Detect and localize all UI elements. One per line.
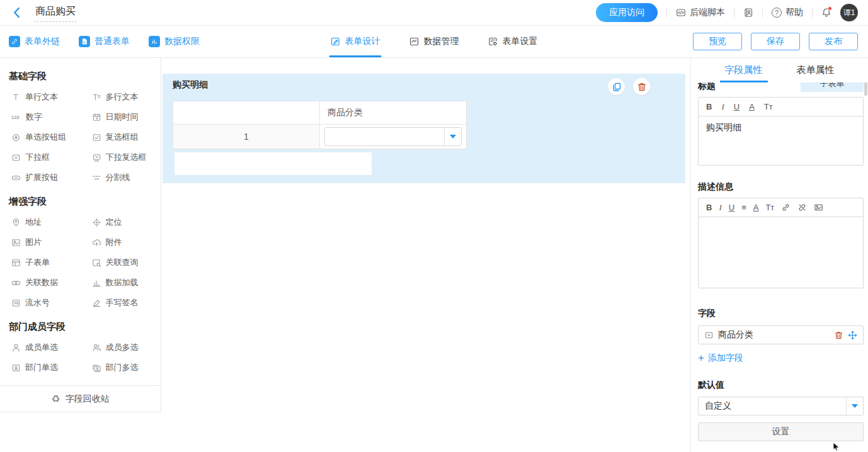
add-field-button[interactable]: + 添加字段 [698, 353, 864, 364]
index-column-header [173, 101, 320, 125]
form-canvas[interactable]: 购买明细 商品分类 [161, 58, 690, 452]
field-item-extend-button[interactable]: 扩展按钮 [0, 167, 81, 188]
field-item-label: 部门多选 [106, 362, 139, 373]
help-menu[interactable]: ? 帮助 [772, 7, 803, 18]
number-icon: 123 [11, 115, 21, 120]
data-permission-tab[interactable]: 数据权限 [149, 36, 200, 47]
field-item-attachment[interactable]: 附件 [81, 232, 161, 252]
field-item-number[interactable]: 123 数字 [0, 107, 81, 127]
app-access-button[interactable]: 应用访问 [596, 3, 658, 22]
extend-button-icon [11, 173, 21, 183]
field-item-image[interactable]: 图片 [0, 232, 81, 252]
calendar-icon [92, 113, 101, 122]
unlink-tool-icon[interactable] [797, 203, 807, 212]
font-color-tool[interactable]: A [753, 203, 759, 212]
underline-tool[interactable]: U [734, 102, 740, 111]
copy-widget-button[interactable] [608, 78, 625, 95]
contact-menu[interactable] [743, 8, 753, 18]
field-item-radio-group[interactable]: 单选按钮组 [0, 127, 81, 147]
backend-script-label: 后端脚本 [690, 7, 725, 18]
tab-data-manage[interactable]: 数据管理 [409, 26, 459, 57]
bold-tool[interactable]: B [706, 102, 712, 111]
document-icon [79, 36, 90, 47]
linked-query-icon [92, 258, 101, 268]
departments-icon [92, 363, 101, 373]
field-item-linked-data[interactable]: 关联数据 [0, 273, 81, 293]
field-item-divider[interactable]: 分割线 [81, 167, 161, 188]
subform-add-row-area[interactable] [174, 152, 372, 175]
italic-tool[interactable]: I [719, 203, 721, 213]
description-editor-content[interactable] [699, 217, 863, 288]
font-size-tool[interactable]: Tᴛ [764, 102, 773, 111]
align-tool[interactable]: ≡ [741, 203, 746, 212]
department-icon [11, 363, 21, 373]
tab-form-settings[interactable]: 表单设置 [488, 26, 538, 57]
form-external-link-tab[interactable]: 表单外链 [9, 36, 60, 47]
field-item-checkbox-group[interactable]: 复选框组 [81, 127, 161, 147]
field-item-location[interactable]: 定位 [81, 212, 161, 232]
page-title[interactable]: 商品购买 [34, 4, 77, 22]
back-icon[interactable] [10, 6, 24, 20]
help-label: 帮助 [785, 7, 803, 18]
product-category-select[interactable] [324, 127, 462, 146]
field-item-label: 单选按钮组 [25, 132, 66, 143]
font-size-tool[interactable]: Tᴛ [765, 203, 774, 212]
font-color-tool[interactable]: A [749, 102, 755, 111]
field-item-dropdown-multi[interactable]: 下拉复选框 [81, 147, 161, 167]
field-item-dropdown[interactable]: 下拉框 [0, 147, 81, 167]
field-item-single-line-text[interactable]: 单行文本 [0, 87, 81, 107]
tab-field-properties[interactable]: 字段属性 [725, 58, 763, 82]
image-icon [11, 238, 21, 247]
subform-widget-selected[interactable]: 购买明细 商品分类 [163, 74, 685, 183]
field-item-linked-query[interactable]: 关联查询 [81, 252, 161, 273]
field-item-datetime[interactable]: 日期时间 [81, 107, 161, 127]
section-dept-member-fields: 部门成员字段 [9, 321, 161, 333]
top-header: 商品购买 应用访问 后端脚本 ? 帮助 [0, 0, 868, 26]
field-item-dept-single[interactable]: 部门单选 [0, 358, 81, 378]
field-item-label: 定位 [106, 217, 122, 228]
avatar[interactable]: 谭1 [840, 4, 858, 21]
normal-form-tab[interactable]: 普通表单 [79, 36, 130, 47]
field-recycle-bin[interactable]: ♻ 字段回收站 [0, 385, 161, 412]
tab-form-design[interactable]: 表单设计 [331, 26, 380, 57]
section-enhanced-fields: 增强字段 [9, 196, 161, 208]
bold-tool[interactable]: B [706, 203, 712, 212]
fields-label: 字段 [698, 308, 864, 319]
field-item-multi-line-text[interactable]: 多行文本 [81, 87, 161, 107]
column-header-product-category: 商品分类 [320, 101, 467, 125]
default-value-select[interactable]: 自定义 [698, 397, 864, 415]
image-tool-icon[interactable] [814, 203, 823, 212]
italic-tool[interactable]: I [721, 102, 724, 112]
mouse-cursor [833, 442, 840, 451]
field-item-serial-number[interactable]: 流水号 [0, 293, 81, 313]
link-tool-icon[interactable] [781, 203, 791, 212]
field-item-address[interactable]: 地址 [0, 212, 81, 232]
field-item-member-multi[interactable]: 成员多选 [81, 337, 161, 358]
address-pin-icon [11, 218, 21, 227]
notifications-bell[interactable] [821, 8, 831, 18]
field-item-dept-multi[interactable]: 部门多选 [81, 358, 161, 378]
title-editor-content[interactable]: 购买明细 [699, 116, 863, 165]
delete-widget-button[interactable] [633, 78, 650, 95]
underline-tool[interactable]: U [729, 203, 734, 212]
field-item-data-load[interactable]: 数据加载 [81, 273, 161, 293]
data-manage-icon [409, 37, 420, 47]
preview-button[interactable]: 预览 [693, 33, 742, 50]
backend-script-menu[interactable]: 后端脚本 [676, 7, 725, 18]
field-item-subform[interactable]: 子表单 [0, 252, 81, 273]
select-caret-zone[interactable] [444, 128, 461, 145]
field-list-item[interactable]: 商品分类 [698, 325, 864, 344]
tab-form-properties[interactable]: 表单属性 [797, 58, 835, 82]
settings-button[interactable]: 设置 [698, 422, 864, 441]
select-caret-zone[interactable] [846, 397, 863, 415]
publish-button[interactable]: 发布 [809, 33, 858, 50]
field-item-signature[interactable]: 手写签名 [81, 293, 161, 313]
copy-icon [612, 82, 622, 92]
save-button[interactable]: 保存 [751, 33, 800, 50]
field-item-label: 多行文本 [106, 91, 139, 103]
field-item-member-single[interactable]: 成员单选 [0, 337, 81, 358]
delete-field-icon[interactable] [834, 331, 843, 340]
subform-icon [11, 258, 21, 268]
move-field-icon[interactable] [848, 331, 857, 340]
notification-dot [828, 6, 832, 11]
